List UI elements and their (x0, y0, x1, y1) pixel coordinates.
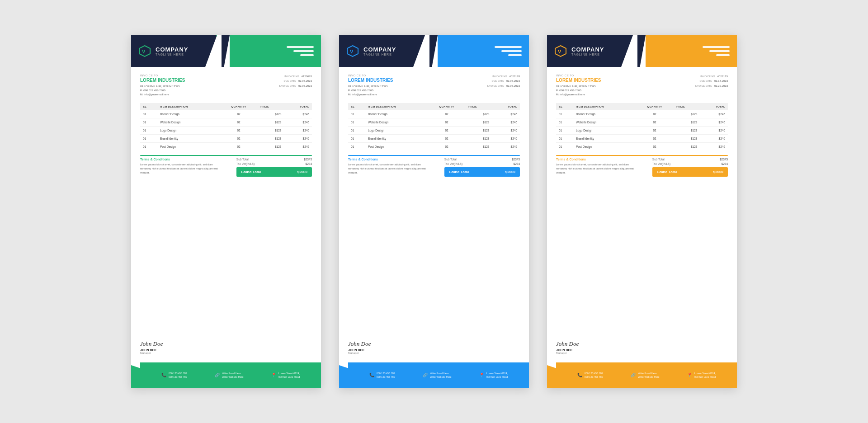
signature-section: John Doe JOHN DOE Manager (547, 340, 737, 359)
logo-text: COMPANY TAGLINE HERE (571, 46, 604, 56)
tax-row: Tax Vat(%4.5) $234 (652, 162, 728, 165)
phone-icon: 📞 (577, 373, 582, 377)
item-qty: 02 (636, 110, 674, 118)
table-row: 01 Banner Design 02 $123 $246 (556, 110, 728, 118)
header-line-2 (501, 50, 522, 52)
item-price: $123 (258, 110, 284, 118)
signer-title: Manager (140, 352, 312, 354)
item-total: $246 (492, 143, 520, 151)
location-icon: 📍 (271, 373, 276, 377)
item-sl: 01 (348, 143, 365, 151)
grand-total-row: Grand Total $2000 (652, 167, 728, 177)
invoice-table: SLITEM DESCRIPTIONQUANTITYPRIZETOTAL 01 … (348, 103, 520, 150)
col-header-1: ITEM DESCRIPTION (157, 103, 220, 110)
item-qty: 02 (220, 127, 258, 135)
company-tagline: TAGLINE HERE (571, 53, 604, 56)
signature: John Doe (348, 340, 520, 348)
bottom-section: Terms & Conditions Lorem ipsum dolor sit… (348, 158, 520, 177)
grand-total-label: Grand Total (241, 170, 261, 174)
client-details: 89 LOREM LANE, IPSUM 12345 P: 000 023 45… (348, 85, 393, 97)
item-qty: 02 (220, 135, 258, 143)
item-total: $246 (700, 127, 728, 135)
footer-address: 📍 Lorem Street 0124,000 Set Lane Road (271, 371, 300, 379)
table-row: 01 Brand Identity 02 $123 $246 (556, 135, 728, 143)
subtotal-row: Sub Total $2345 (236, 158, 312, 161)
signature: John Doe (556, 340, 728, 348)
col-header-1: ITEM DESCRIPTION (573, 103, 636, 110)
signer-name: JOHN DOE (348, 348, 520, 352)
item-desc: Post Design (157, 143, 220, 151)
header-lines (495, 46, 522, 56)
subtotal-value: $2345 (304, 158, 312, 161)
subtotal-label: Sub Total (652, 158, 665, 161)
terms-section: Terms & Conditions Lorem ipsum dolor sit… (140, 158, 222, 174)
client-name: LOREM INDUSTRIES (556, 78, 601, 83)
item-desc: Logo Design (365, 127, 428, 135)
logo-section: V COMPANY TAGLINE HERE (131, 35, 222, 67)
bottom-section: Terms & Conditions Lorem ipsum dolor sit… (140, 158, 312, 177)
col-header-2: QUANTITY (636, 103, 674, 110)
item-total: $246 (284, 110, 312, 118)
footer-phone-text: 000 123 456 789000 123 456 789 (585, 371, 603, 379)
client-name: LOREM INDUSTRIES (348, 78, 393, 83)
logo-section: V COMPANY TAGLINE HERE (339, 35, 429, 67)
invoice-to-label: INVOICE TO (348, 74, 393, 77)
table-row: 01 Logo Design 02 $123 $246 (348, 127, 520, 135)
footer-email-text: Write Email HereWrite Website Here (638, 371, 659, 379)
item-price: $123 (466, 143, 492, 151)
item-sl: 01 (140, 135, 157, 143)
footer-address: 📍 Lorem Street 0124,000 Set Lane Road (479, 371, 508, 379)
item-sl: 01 (556, 127, 573, 135)
header-line-3 (300, 54, 314, 56)
header-line-3 (508, 54, 522, 56)
header-accent (646, 35, 737, 67)
item-qty: 02 (636, 127, 674, 135)
table-row: 01 Website Design 02 $123 $246 (556, 118, 728, 127)
header-line-1 (703, 46, 730, 48)
svg-text:V: V (558, 49, 561, 54)
item-desc: Brand Identity (157, 135, 220, 143)
item-price: $123 (258, 118, 284, 127)
footer-address: 📍 Lorem Street 0124,000 Set Lane Road (687, 371, 716, 379)
tax-value: $234 (722, 162, 728, 165)
item-price: $123 (674, 110, 700, 118)
item-total: $246 (492, 118, 520, 127)
subtotal-value: $2345 (720, 158, 728, 161)
item-total: $246 (700, 118, 728, 127)
terms-title: Terms & Conditions (556, 158, 638, 161)
signer-title: Manager (556, 352, 728, 354)
terms-text: Lorem ipsum dolor sit amet, consectetuer… (348, 163, 430, 174)
col-header-3: PRIZE (674, 103, 700, 110)
col-header-2: QUANTITY (428, 103, 466, 110)
col-header-0: SL (348, 103, 365, 110)
tax-row: Tax Vat(%4.5) $234 (236, 162, 312, 165)
subtotal-value: $2345 (512, 158, 520, 161)
totals-section: Sub Total $2345 Tax Vat(%4.5) $234 Grand… (444, 158, 520, 177)
footer-phone: 📞 000 123 456 789000 123 456 789 (577, 371, 603, 379)
tax-label: Tax Vat(%4.5) (444, 162, 462, 165)
invoice-footer: 📞 000 123 456 789000 123 456 789 🔗 Write… (131, 362, 321, 388)
footer-email: 🔗 Write Email HereWrite Website Here (215, 371, 243, 379)
header-line-1 (495, 46, 522, 48)
tax-value: $234 (514, 162, 520, 165)
item-qty: 02 (428, 127, 466, 135)
header-line-2 (293, 50, 314, 52)
footer-email-text: Write Email HereWrite Website Here (430, 371, 451, 379)
page-wrapper: V COMPANY TAGLINE HERE INVOICE (27, 35, 841, 388)
tax-row: Tax Vat(%4.5) $234 (444, 162, 520, 165)
table-separator (140, 155, 312, 156)
footer-email: 🔗 Write Email HereWrite Website Here (423, 371, 451, 379)
item-sl: 01 (348, 135, 365, 143)
invoice-meta: INVOICE NO #023178 DUE DATE 02.06.2023 I… (487, 74, 520, 97)
terms-title: Terms & Conditions (348, 158, 430, 161)
invoice-to-section: INVOICE TO LOREM INDUSTRIES 89 LOREM LAN… (348, 74, 520, 97)
email-icon: 🔗 (631, 373, 636, 377)
item-sl: 01 (348, 118, 365, 127)
tax-value: $234 (306, 162, 312, 165)
item-qty: 02 (220, 110, 258, 118)
invoice-to-left: INVOICE TO LOREM INDUSTRIES 89 LOREM LAN… (556, 74, 601, 97)
col-header-3: PRIZE (258, 103, 284, 110)
company-name: COMPANY (363, 46, 396, 53)
signature: John Doe (140, 340, 312, 348)
invoice-to-label: INVOICE TO (140, 74, 185, 77)
